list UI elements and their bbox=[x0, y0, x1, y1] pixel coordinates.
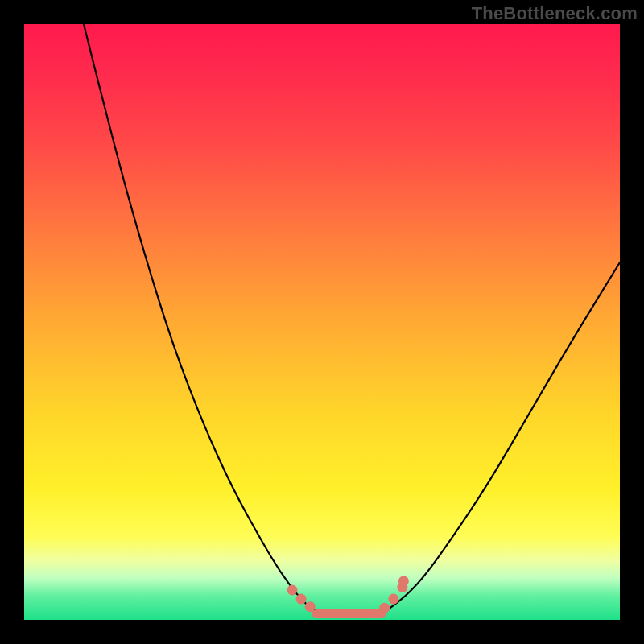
highlight-dot bbox=[296, 594, 307, 605]
highlight-dot bbox=[398, 576, 409, 586]
highlight-dot bbox=[287, 585, 298, 596]
highlight-dot bbox=[305, 601, 316, 612]
bottleneck-curve-plot bbox=[24, 24, 620, 620]
curve-left-branch bbox=[84, 24, 322, 614]
chart-frame bbox=[24, 24, 620, 620]
highlight-dot bbox=[388, 594, 398, 605]
curve-right-branch bbox=[382, 262, 620, 614]
highlight-dot bbox=[379, 603, 390, 613]
watermark-text: TheBottleneck.com bbox=[472, 3, 638, 24]
